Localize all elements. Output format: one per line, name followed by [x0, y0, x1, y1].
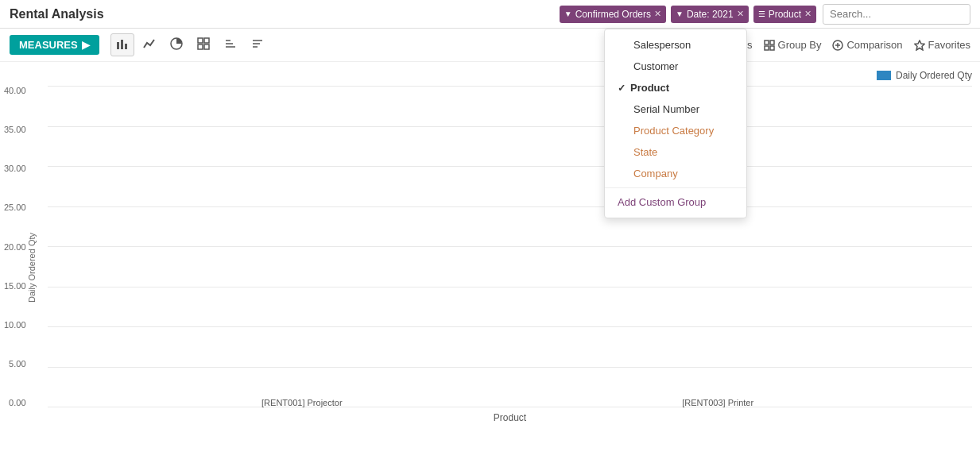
favorites-icon [914, 40, 925, 51]
svg-rect-1 [121, 40, 123, 49]
dropdown-item-label: Product [630, 82, 669, 94]
search-input[interactable] [823, 4, 970, 25]
bar-label: [RENT001] Projector [261, 398, 342, 407]
favorites-action[interactable]: Favorites [914, 39, 970, 51]
sort-asc-icon[interactable] [219, 33, 242, 56]
svg-rect-6 [198, 44, 203, 49]
y-tick: 20.00 [4, 242, 26, 252]
sort-desc-icon[interactable] [246, 33, 269, 56]
comparison-label: Comparison [846, 39, 902, 51]
y-tick: 0.00 [4, 398, 26, 407]
filter-label: Confirmed Orders [575, 9, 651, 20]
filter-label: Date: 2021 [687, 9, 734, 20]
comparison-icon [832, 40, 843, 51]
chart-area: Daily Ordered Qty Daily Ordered Qty 40.0… [0, 62, 980, 463]
filter-tag-product[interactable]: ☰Product✕ [753, 6, 816, 23]
filter-tag-date-2021[interactable]: ▼Date: 2021✕ [671, 6, 749, 23]
pie-chart-icon[interactable] [165, 33, 188, 56]
pivot-icon[interactable] [192, 33, 215, 56]
add-custom-label: Add Custom Group [618, 196, 706, 208]
legend-label: Daily Ordered Qty [896, 70, 972, 81]
y-tick: 40.00 [4, 86, 26, 95]
check-icon: ✓ [618, 83, 626, 94]
filter-icon: ▼ [676, 10, 684, 18]
svg-rect-16 [765, 46, 769, 50]
dropdown-item-company[interactable]: Company [605, 163, 746, 184]
chart-legend: Daily Ordered Qty [48, 70, 972, 81]
page-title: Rental Analysis [10, 7, 104, 21]
filter-tag-confirmed-orders[interactable]: ▼Confirmed Orders✕ [560, 6, 666, 23]
dropdown-item-serial-number[interactable]: Serial Number [605, 98, 746, 120]
toolbar-right: Filters Group By Comparison Favorites [710, 39, 970, 51]
svg-rect-17 [770, 46, 774, 50]
dropdown-item-state[interactable]: State [605, 141, 746, 163]
favorites-label: Favorites [928, 39, 970, 51]
measures-label: MEASURES [19, 39, 78, 51]
svg-rect-15 [770, 41, 774, 44]
header: Rental Analysis ▼Confirmed Orders✕▼Date:… [0, 0, 980, 29]
dropdown-item-product-category[interactable]: Product Category [605, 120, 746, 141]
y-tick: 15.00 [4, 281, 26, 291]
chart-inner: 40.0035.0030.0025.0020.0015.0010.005.000… [48, 86, 972, 423]
dropdown-divider [605, 187, 746, 188]
line-chart-icon[interactable] [138, 33, 161, 56]
filter-icon: ☰ [758, 10, 765, 18]
filter-label: Product [769, 9, 801, 20]
bar-group[interactable]: [RENT001] Projector [144, 394, 460, 407]
svg-marker-19 [915, 41, 924, 50]
filter-close-icon[interactable]: ✕ [654, 9, 661, 19]
add-custom-group-button[interactable]: Add Custom Group [605, 191, 746, 213]
y-axis-label: Daily Ordered Qty [27, 232, 37, 302]
svg-rect-5 [204, 38, 209, 43]
y-tick: 35.00 [4, 125, 26, 134]
filter-close-icon[interactable]: ✕ [737, 9, 744, 19]
chart-type-icons [110, 33, 269, 56]
measures-button[interactable]: MEASURES ▶ [10, 35, 99, 55]
dropdown-item-salesperson[interactable]: Salesperson [605, 34, 746, 56]
dropdown-item-label: Company [633, 168, 678, 179]
comparison-action[interactable]: Comparison [832, 39, 902, 51]
dropdown-arrow-icon: ▶ [82, 39, 90, 51]
group-by-icon [764, 40, 775, 51]
dropdown-item-label: State [633, 146, 657, 158]
toolbar: MEASURES ▶ Filters Group By [0, 29, 980, 62]
group-by-label: Group By [778, 39, 822, 51]
filter-icon: ▼ [564, 10, 572, 18]
y-tick: 10.00 [4, 320, 26, 330]
filter-close-icon[interactable]: ✕ [804, 9, 812, 19]
dropdown-item-label: Serial Number [633, 103, 699, 115]
bar-label: [RENT003] Printer [682, 398, 753, 407]
group-by-action[interactable]: Group By [764, 39, 822, 51]
legend-color-swatch [877, 71, 891, 80]
svg-rect-2 [125, 44, 127, 49]
svg-rect-4 [198, 38, 203, 43]
x-axis-label: Product [494, 412, 526, 423]
dropdown-item-label: Salesperson [633, 39, 691, 51]
y-axis: 40.0035.0030.0025.0020.0015.0010.005.000… [4, 86, 26, 407]
bar-group[interactable]: [RENT003] Printer [560, 394, 876, 407]
svg-rect-7 [204, 44, 209, 49]
dropdown-item-customer[interactable]: Customer [605, 56, 746, 77]
y-tick: 25.00 [4, 203, 26, 212]
dropdown-item-product[interactable]: ✓Product [605, 77, 746, 98]
y-tick: 30.00 [4, 164, 26, 173]
dropdown-item-label: Customer [633, 60, 678, 72]
group-by-dropdown: SalespersonCustomer✓ProductSerial Number… [604, 29, 747, 218]
svg-rect-0 [117, 42, 119, 49]
svg-rect-14 [765, 41, 769, 44]
bars-container: [RENT001] Projector [RENT003] Printer [48, 86, 972, 407]
y-tick: 5.00 [4, 359, 26, 368]
filter-tags: ▼Confirmed Orders✕▼Date: 2021✕☰Product✕ [560, 6, 816, 23]
dropdown-item-label: Product Category [633, 125, 714, 137]
bar-chart-icon[interactable] [110, 33, 134, 56]
